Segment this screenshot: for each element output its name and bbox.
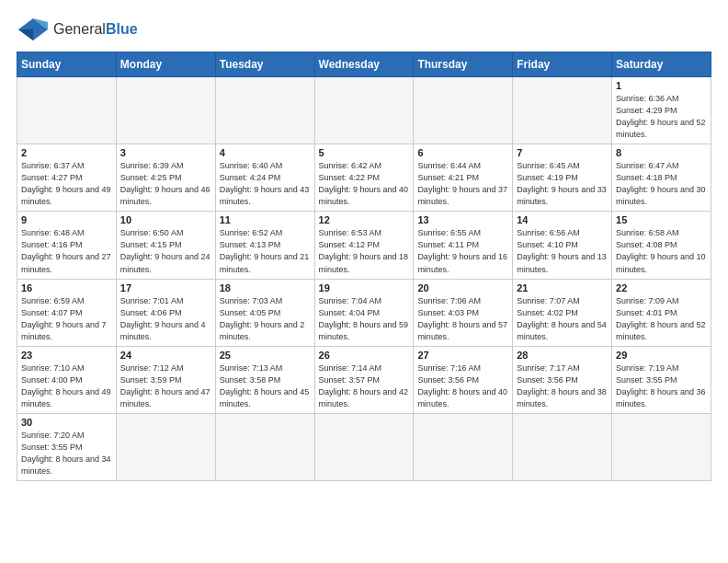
day-info: Sunrise: 7:20 AM Sunset: 3:55 PM Dayligh… (21, 430, 112, 477)
day-cell (116, 77, 215, 144)
day-cell (116, 413, 215, 480)
day-cell: 7Sunrise: 6:45 AM Sunset: 4:19 PM Daylig… (513, 144, 612, 212)
day-info: Sunrise: 6:55 AM Sunset: 4:11 PM Dayligh… (417, 227, 508, 275)
day-number: 2 (21, 147, 112, 158)
day-cell: 8Sunrise: 6:47 AM Sunset: 4:18 PM Daylig… (612, 144, 711, 212)
day-cell: 28Sunrise: 7:17 AM Sunset: 3:56 PM Dayli… (513, 346, 612, 413)
day-cell (414, 77, 513, 144)
day-cell: 30Sunrise: 7:20 AM Sunset: 3:55 PM Dayli… (17, 413, 117, 480)
day-number: 5 (319, 147, 410, 158)
weekday-thursday: Thursday (414, 52, 513, 77)
day-info: Sunrise: 6:53 AM Sunset: 4:12 PM Dayligh… (319, 227, 410, 275)
day-info: Sunrise: 7:09 AM Sunset: 4:01 PM Dayligh… (616, 295, 707, 343)
day-cell: 18Sunrise: 7:03 AM Sunset: 4:05 PM Dayli… (215, 279, 314, 346)
day-number: 20 (417, 282, 508, 293)
day-cell: 23Sunrise: 7:10 AM Sunset: 4:00 PM Dayli… (17, 346, 117, 413)
day-info: Sunrise: 7:07 AM Sunset: 4:02 PM Dayligh… (517, 295, 608, 343)
weekday-wednesday: Wednesday (314, 52, 414, 77)
day-number: 3 (120, 147, 211, 158)
logo-icon (17, 17, 50, 42)
week-row-5: 23Sunrise: 7:10 AM Sunset: 4:00 PM Dayli… (17, 346, 711, 413)
weekday-sunday: Sunday (17, 52, 117, 77)
day-number: 8 (616, 147, 707, 158)
day-number: 18 (220, 282, 311, 293)
day-info: Sunrise: 7:12 AM Sunset: 3:59 PM Dayligh… (120, 362, 211, 410)
day-info: Sunrise: 6:42 AM Sunset: 4:22 PM Dayligh… (319, 160, 410, 208)
page: GeneralBlue SundayMondayTuesdayWednesday… (0, 0, 728, 563)
day-number: 6 (417, 147, 508, 158)
day-cell: 4Sunrise: 6:40 AM Sunset: 4:24 PM Daylig… (215, 144, 314, 212)
day-number: 27 (417, 350, 508, 361)
day-number: 12 (319, 214, 410, 225)
day-cell (513, 413, 612, 480)
day-cell: 26Sunrise: 7:14 AM Sunset: 3:57 PM Dayli… (314, 346, 414, 413)
day-cell: 15Sunrise: 6:58 AM Sunset: 4:08 PM Dayli… (612, 212, 711, 279)
day-cell: 27Sunrise: 7:16 AM Sunset: 3:56 PM Dayli… (414, 346, 513, 413)
day-number: 22 (616, 282, 707, 293)
svg-marker-2 (18, 29, 33, 40)
day-number: 21 (517, 282, 608, 293)
day-info: Sunrise: 7:14 AM Sunset: 3:57 PM Dayligh… (319, 362, 410, 410)
day-info: Sunrise: 6:36 AM Sunset: 4:29 PM Dayligh… (616, 93, 707, 141)
day-number: 4 (220, 147, 311, 158)
day-number: 1 (616, 80, 707, 91)
day-info: Sunrise: 6:40 AM Sunset: 4:24 PM Dayligh… (220, 160, 311, 208)
day-cell: 24Sunrise: 7:12 AM Sunset: 3:59 PM Dayli… (116, 346, 215, 413)
day-cell: 20Sunrise: 7:06 AM Sunset: 4:03 PM Dayli… (414, 279, 513, 346)
day-cell: 2Sunrise: 6:37 AM Sunset: 4:27 PM Daylig… (17, 144, 117, 212)
day-info: Sunrise: 7:06 AM Sunset: 4:03 PM Dayligh… (417, 295, 508, 343)
day-cell (314, 413, 414, 480)
day-cell: 22Sunrise: 7:09 AM Sunset: 4:01 PM Dayli… (612, 279, 711, 346)
day-number: 10 (120, 214, 211, 225)
day-info: Sunrise: 6:58 AM Sunset: 4:08 PM Dayligh… (616, 227, 707, 275)
day-number: 28 (517, 350, 608, 361)
day-info: Sunrise: 7:04 AM Sunset: 4:04 PM Dayligh… (319, 295, 410, 343)
day-number: 9 (21, 214, 112, 225)
day-cell: 21Sunrise: 7:07 AM Sunset: 4:02 PM Dayli… (513, 279, 612, 346)
day-cell (612, 413, 711, 480)
weekday-tuesday: Tuesday (215, 52, 314, 77)
weekday-saturday: Saturday (612, 52, 711, 77)
day-cell: 1Sunrise: 6:36 AM Sunset: 4:29 PM Daylig… (612, 77, 711, 144)
logo-text: GeneralBlue (53, 21, 138, 38)
day-number: 23 (21, 350, 112, 361)
day-cell (215, 77, 314, 144)
day-info: Sunrise: 7:19 AM Sunset: 3:55 PM Dayligh… (616, 362, 707, 410)
day-number: 30 (21, 417, 112, 428)
day-cell: 16Sunrise: 6:59 AM Sunset: 4:07 PM Dayli… (17, 279, 117, 346)
day-info: Sunrise: 6:37 AM Sunset: 4:27 PM Dayligh… (21, 160, 112, 208)
day-number: 25 (220, 350, 311, 361)
week-row-4: 16Sunrise: 6:59 AM Sunset: 4:07 PM Dayli… (17, 279, 711, 346)
day-cell (215, 413, 314, 480)
day-cell (414, 413, 513, 480)
week-row-6: 30Sunrise: 7:20 AM Sunset: 3:55 PM Dayli… (17, 413, 711, 480)
calendar: SundayMondayTuesdayWednesdayThursdayFrid… (17, 52, 711, 481)
day-cell: 25Sunrise: 7:13 AM Sunset: 3:58 PM Dayli… (215, 346, 314, 413)
day-info: Sunrise: 6:48 AM Sunset: 4:16 PM Dayligh… (21, 227, 112, 275)
day-cell: 17Sunrise: 7:01 AM Sunset: 4:06 PM Dayli… (116, 279, 215, 346)
day-number: 16 (21, 282, 112, 293)
day-cell (17, 77, 117, 144)
day-number: 17 (120, 282, 211, 293)
day-info: Sunrise: 6:47 AM Sunset: 4:18 PM Dayligh… (616, 160, 707, 208)
day-info: Sunrise: 7:13 AM Sunset: 3:58 PM Dayligh… (220, 362, 311, 410)
day-info: Sunrise: 6:39 AM Sunset: 4:25 PM Dayligh… (120, 160, 211, 208)
weekday-header-row: SundayMondayTuesdayWednesdayThursdayFrid… (17, 52, 711, 77)
day-cell: 6Sunrise: 6:44 AM Sunset: 4:21 PM Daylig… (414, 144, 513, 212)
day-cell: 14Sunrise: 6:56 AM Sunset: 4:10 PM Dayli… (513, 212, 612, 279)
day-info: Sunrise: 7:17 AM Sunset: 3:56 PM Dayligh… (517, 362, 608, 410)
day-cell: 13Sunrise: 6:55 AM Sunset: 4:11 PM Dayli… (414, 212, 513, 279)
day-number: 24 (120, 350, 211, 361)
day-cell: 19Sunrise: 7:04 AM Sunset: 4:04 PM Dayli… (314, 279, 414, 346)
day-number: 14 (517, 214, 608, 225)
day-cell: 9Sunrise: 6:48 AM Sunset: 4:16 PM Daylig… (17, 212, 117, 279)
header: GeneralBlue (17, 17, 711, 42)
day-cell: 11Sunrise: 6:52 AM Sunset: 4:13 PM Dayli… (215, 212, 314, 279)
day-info: Sunrise: 6:52 AM Sunset: 4:13 PM Dayligh… (220, 227, 311, 275)
day-number: 19 (319, 282, 410, 293)
day-info: Sunrise: 6:45 AM Sunset: 4:19 PM Dayligh… (517, 160, 608, 208)
day-cell: 29Sunrise: 7:19 AM Sunset: 3:55 PM Dayli… (612, 346, 711, 413)
weekday-monday: Monday (116, 52, 215, 77)
weekday-friday: Friday (513, 52, 612, 77)
day-cell (314, 77, 414, 144)
